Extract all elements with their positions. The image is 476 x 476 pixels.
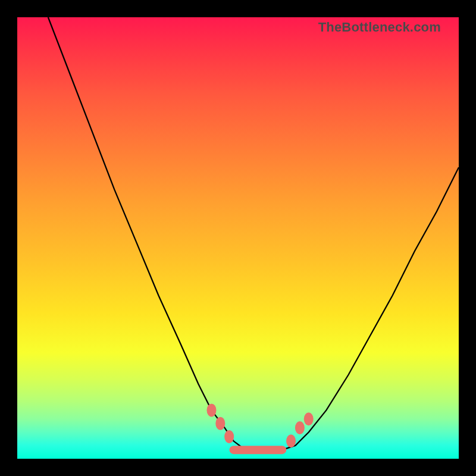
right-curve [282, 167, 459, 450]
left-curve-markers [206, 403, 234, 443]
curves-svg [17, 17, 459, 459]
plot-area: TheBottleneck.com [17, 17, 459, 459]
curve-marker [215, 417, 225, 430]
curve-marker [295, 421, 305, 434]
curve-marker [206, 403, 216, 416]
right-curve-markers [286, 412, 314, 447]
curve-marker [224, 430, 234, 443]
chart-frame: TheBottleneck.com [0, 0, 476, 476]
curve-marker [304, 412, 314, 425]
curve-marker [286, 434, 296, 447]
left-curve [48, 17, 251, 450]
